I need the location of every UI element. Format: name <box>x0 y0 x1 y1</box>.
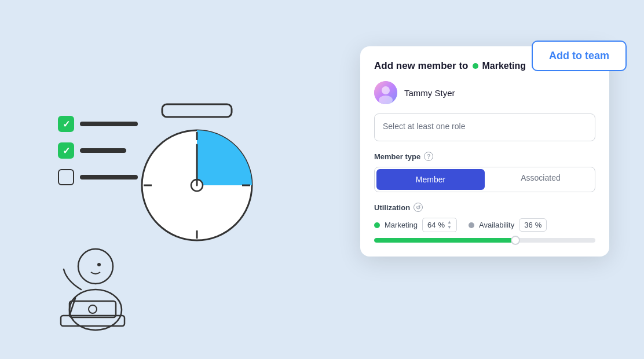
checklist-line-2 <box>80 148 126 153</box>
checklist-line-1 <box>80 122 138 126</box>
member-type-associated[interactable]: Associated <box>486 167 595 192</box>
modal-area: Add to team Add new member to Marketing <box>360 41 627 257</box>
add-to-team-button[interactable]: Add to team <box>532 41 627 71</box>
checkbox-2 <box>58 142 74 159</box>
slider-thumb[interactable] <box>511 236 520 245</box>
checklist-item-3 <box>58 169 138 185</box>
availability-row: Availability 36 % <box>469 218 595 232</box>
utilization-value: 64 <box>427 221 436 229</box>
member-row: Tammy Styer <box>374 81 595 104</box>
marketing-dot <box>374 222 380 228</box>
utilization-value-box[interactable]: 64 % ▲ ▼ <box>422 218 457 232</box>
utilization-unit: % <box>438 221 445 229</box>
utilization-help-icon[interactable]: ↺ <box>414 203 423 212</box>
svg-point-9 <box>78 249 113 284</box>
svg-point-10 <box>97 263 101 266</box>
utilization-slider-track <box>374 238 595 243</box>
role-placeholder: Select at least one role <box>383 122 465 131</box>
member-type-label: Member type ? <box>374 152 595 161</box>
member-name: Tammy Styer <box>404 88 455 98</box>
svg-point-15 <box>382 86 390 94</box>
svg-point-13 <box>89 305 97 313</box>
svg-point-8 <box>69 290 122 330</box>
member-type-member[interactable]: Member <box>376 169 485 190</box>
team-name: Marketing <box>482 61 526 71</box>
marketing-label: Marketing <box>385 221 418 229</box>
checkbox-3 <box>58 169 74 185</box>
avatar <box>374 81 397 104</box>
checklist-item-2 <box>58 142 138 159</box>
slider-fill <box>374 238 515 243</box>
availability-label: Availability <box>479 221 514 229</box>
svg-rect-0 <box>162 104 232 117</box>
checklist-line-3 <box>80 175 138 179</box>
utilization-slider-container[interactable] <box>374 238 595 243</box>
person-illustration <box>43 208 159 338</box>
member-type-toggle: Member Associated <box>374 167 595 192</box>
availability-value: 36 <box>524 221 532 229</box>
availability-value-box: 36 % <box>519 218 547 232</box>
availability-dot <box>469 222 474 228</box>
checklist-illustration <box>58 116 138 196</box>
availability-unit: % <box>535 221 542 229</box>
utilization-row: Marketing 64 % ▲ ▼ Availability 36 % <box>374 218 595 232</box>
utilization-stepper[interactable]: ▲ ▼ <box>447 220 452 230</box>
checkbox-1 <box>58 116 74 132</box>
role-selector[interactable]: Select at least one role <box>374 113 595 141</box>
checklist-item-1 <box>58 116 138 132</box>
modal-card: Add new member to Marketing <box>360 46 609 257</box>
member-type-help-icon[interactable]: ? <box>424 152 433 161</box>
team-dot <box>473 63 478 69</box>
team-badge: Marketing <box>473 61 526 71</box>
modal-title-prefix: Add new member to <box>374 60 468 72</box>
utilization-label: Utilization ↺ <box>374 203 595 212</box>
